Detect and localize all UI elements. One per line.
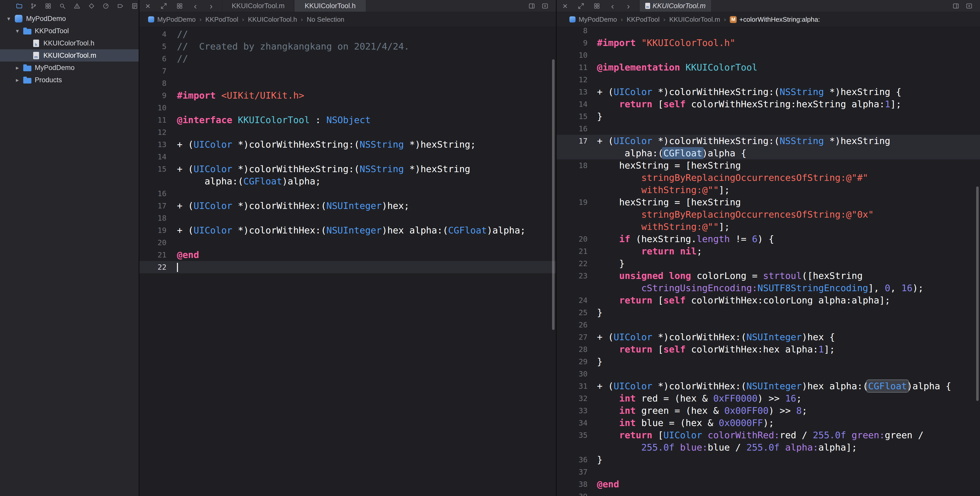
code-line[interactable]: stringByReplacingOccurrencesOfString:@"0… [557,209,980,221]
code-area-left[interactable]: 4//5// Created by zhangkangkang on 2021/… [139,0,556,496]
code-line[interactable]: 28 return [self colorWithHex:hex alpha:1… [557,343,980,356]
code-line[interactable]: alpha:(CGFloat)alpha { [557,147,980,159]
code-line[interactable]: 21@end [139,249,556,261]
line-number[interactable]: 29 [557,356,587,368]
code-line[interactable]: 12 [139,126,556,139]
line-number[interactable]: 18 [139,212,167,224]
code-line[interactable]: cStringUsingEncoding:NSUTF8StringEncodin… [557,282,980,294]
line-number[interactable]: 15 [557,110,587,123]
breadcrumb-item[interactable]: MyPodDemo [579,16,617,24]
scrollbar[interactable] [976,187,979,401]
code-line[interactable]: 19 hexString = [hexString [557,196,980,209]
disclosure-triangle-icon[interactable]: ▸ [13,64,22,71]
focus-editor-icon[interactable] [159,2,168,10]
line-number[interactable]: 19 [139,224,167,236]
line-number[interactable] [557,441,587,454]
line-number[interactable]: 30 [557,368,587,380]
line-number[interactable]: 38 [557,478,587,490]
disclosure-triangle-icon[interactable]: ▾ [4,15,13,22]
line-number[interactable]: 9 [557,37,587,49]
code-line[interactable]: 9#import "KKUIColorTool.h" [557,37,980,49]
code-line[interactable]: 14 [139,151,556,163]
line-number[interactable] [557,147,587,159]
line-number[interactable]: 36 [557,454,587,466]
code-line[interactable]: alpha:(CGFloat)alpha; [139,175,556,187]
code-line[interactable]: 14 return [self colorWithHexString:hexSt… [557,98,980,110]
test-navigator-icon[interactable] [88,2,95,10]
navigator-item-kkpodtool[interactable]: ▾KKPodTool [0,25,138,37]
line-number[interactable]: 25 [557,306,587,319]
code-line[interactable]: 30 [557,368,980,380]
code-line[interactable]: 15} [557,110,980,123]
code-line[interactable]: 23 unsigned long colorLong = strtoul([he… [557,270,980,282]
code-line[interactable]: 26 [557,319,980,331]
code-line[interactable]: withString:@""]; [557,221,980,233]
editor-options-icon[interactable] [951,2,960,10]
line-number[interactable]: 22 [139,261,167,273]
add-editor-icon[interactable] [965,2,974,10]
line-number[interactable]: 21 [557,245,587,257]
line-number[interactable]: 13 [557,86,587,98]
editor-tab[interactable]: KKUIColorTool.h [294,0,366,12]
line-number[interactable]: 20 [139,236,167,249]
code-line[interactable]: 11@interface KKUIColorTool : NSObject [139,114,556,126]
code-line[interactable]: 33 int green = (hex & 0x00FF00) >> 8; [557,405,980,417]
breadcrumb-item[interactable]: +colorWithHexString:alpha: [739,16,820,24]
line-number[interactable] [557,282,587,294]
code-line[interactable]: 29} [557,356,980,368]
line-number[interactable]: 17 [557,135,587,147]
code-area-right[interactable]: 89#import "KKUIColorTool.h"1011@implemen… [557,0,980,496]
line-number[interactable]: 14 [557,98,587,110]
line-number[interactable]: 21 [139,249,167,261]
breadcrumb-item[interactable]: MyPodDemo [157,16,196,24]
code-line[interactable]: 20 [139,236,556,249]
add-editor-icon[interactable] [541,2,549,10]
symbol-navigator-icon[interactable] [44,2,52,10]
back-icon[interactable]: ‹ [608,2,617,10]
line-number[interactable]: 15 [139,163,167,175]
line-number[interactable]: 11 [139,114,167,126]
line-number[interactable] [557,209,587,221]
code-line[interactable]: 11@implementation KKUIColorTool [557,61,980,73]
line-number[interactable]: 12 [557,73,587,86]
code-line[interactable]: 19+ (UIColor *)colorWithHex:(NSUInteger)… [139,224,556,236]
navigator-item-kkuicolortool-m[interactable]: mKKUIColorTool.m [0,49,138,62]
code-line[interactable]: 10 [139,102,556,114]
breadcrumb-item[interactable]: KKPodTool [627,16,660,24]
sidebar-divider[interactable] [138,0,139,496]
line-number[interactable]: 18 [557,159,587,172]
line-number[interactable]: 19 [557,196,587,209]
disclosure-triangle-icon[interactable]: ▸ [13,77,22,83]
breadcrumb-item[interactable]: KKUIColorTool.h [248,16,297,24]
code-line[interactable]: 16 [139,187,556,200]
code-line[interactable]: 39 [557,490,980,496]
line-number[interactable]: 27 [557,331,587,343]
line-number[interactable]: 5 [139,40,167,53]
line-number[interactable]: 32 [557,392,587,405]
code-line[interactable]: 4// [139,28,556,40]
line-number[interactable]: 26 [557,319,587,331]
code-line[interactable]: 5// Created by zhangkangkang on 2021/4/2… [139,40,556,53]
navigator-item-products[interactable]: ▸Products [0,74,138,86]
focus-editor-icon[interactable] [577,2,585,10]
code-line[interactable]: 255.0f blue:blue / 255.0f alpha:alpha]; [557,441,980,454]
breadcrumb-item[interactable]: KKPodTool [205,16,238,24]
editor-tab[interactable]: KKUIColorTool.m [222,0,294,12]
line-number[interactable]: 16 [139,187,167,200]
forward-icon[interactable]: › [624,2,633,10]
code-line[interactable]: 8 [139,77,556,89]
line-number[interactable] [557,172,587,184]
line-number[interactable]: 34 [557,417,587,429]
editor-split-divider[interactable] [556,0,557,496]
report-navigator-icon[interactable] [131,2,139,10]
source-control-navigator-icon[interactable] [30,2,38,10]
code-line[interactable]: 22 [139,261,556,273]
close-editor-icon[interactable]: × [561,2,570,10]
line-number[interactable]: 24 [557,294,587,306]
code-line[interactable]: 27+ (UIColor *)colorWithHex:(NSUInteger)… [557,331,980,343]
line-number[interactable] [557,184,587,196]
line-number[interactable]: 7 [139,65,167,77]
navigator-item-kkuicolortool-h[interactable]: hKKUIColorTool.h [0,37,138,49]
code-line[interactable]: 9#import <UIKit/UIKit.h> [139,89,556,102]
code-line[interactable]: 17+ (UIColor *)colorWithHexString:(NSStr… [557,135,980,147]
